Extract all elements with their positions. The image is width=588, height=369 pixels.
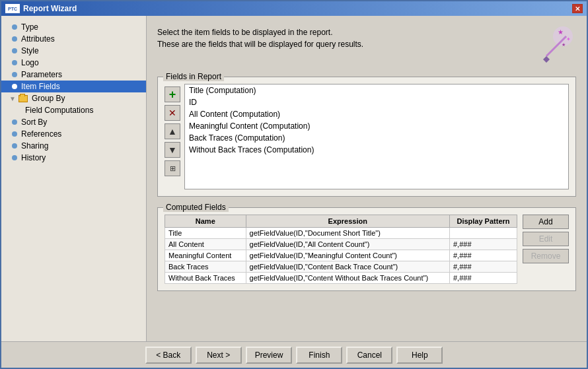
- svg-text:✦: ✦: [566, 36, 571, 42]
- description-line1: Select the item fields to be displayed i…: [157, 26, 363, 38]
- computed-fields-buttons: Add Edit Remove: [523, 215, 569, 284]
- main-content: Select the item fields to be displayed i…: [147, 16, 587, 341]
- fields-in-report-group: Fields in Report + ✕ ▲ ▼ ⊞ Title (Comput…: [157, 77, 576, 197]
- field-item[interactable]: Title (Computation): [185, 84, 568, 96]
- cell-expression: getFieldValue(ID,"Content Without Back T…: [246, 273, 449, 284]
- fields-list[interactable]: Title (Computation) ID All Content (Comp…: [184, 84, 569, 189]
- cell-expression: getFieldValue(ID,"Document Short Title"): [246, 228, 449, 239]
- table-row[interactable]: All Content getFieldValue(ID,"All Conten…: [165, 239, 517, 250]
- cell-pattern: #,###: [449, 239, 517, 250]
- sidebar-item-attributes[interactable]: Attributes: [1, 33, 146, 45]
- sidebar-item-sharing[interactable]: Sharing: [1, 140, 146, 152]
- sidebar-item-item-fields[interactable]: Item Fields: [1, 81, 146, 92]
- add-computed-button[interactable]: Add: [523, 215, 569, 229]
- sidebar-item-logo[interactable]: Logo: [1, 57, 146, 69]
- cell-expression: getFieldValue(ID,"Meaningful Content Cou…: [246, 250, 449, 261]
- report-wizard-window: PTC Report Wizard ✕ Type Attributes Styl…: [0, 0, 588, 369]
- cell-name: Meaningful Content: [165, 250, 246, 261]
- sidebar-item-field-computations[interactable]: Field Computations: [1, 104, 146, 116]
- cell-expression: getFieldValue(ID,"Content Back Trace Cou…: [246, 261, 449, 273]
- sidebar-item-style[interactable]: Style: [1, 45, 146, 57]
- sort-button[interactable]: ⊞: [165, 160, 180, 176]
- sidebar-item-history[interactable]: History: [1, 152, 146, 164]
- bullet-icon: [12, 143, 17, 149]
- bullet-icon: [12, 24, 17, 30]
- cell-pattern: [449, 228, 517, 239]
- cell-pattern: #,###: [449, 250, 517, 261]
- bullet-icon: [12, 84, 17, 89]
- cell-name: Back Traces: [165, 261, 246, 273]
- cell-pattern: #,###: [449, 273, 517, 284]
- expand-icon: ▼: [9, 95, 16, 102]
- table-row[interactable]: Meaningful Content getFieldValue(ID,"Mea…: [165, 250, 517, 261]
- window-title: Report Wizard: [23, 4, 77, 13]
- bullet-icon: [12, 131, 17, 137]
- close-button[interactable]: ✕: [572, 4, 583, 13]
- move-down-button[interactable]: ▼: [165, 142, 180, 158]
- svg-marker-2: [543, 56, 550, 63]
- content-area: Type Attributes Style Logo Parameters It…: [1, 16, 587, 341]
- move-up-button[interactable]: ▲: [165, 123, 180, 139]
- remove-computed-button[interactable]: Remove: [523, 249, 569, 263]
- sidebar-item-references[interactable]: References: [1, 128, 146, 140]
- bullet-icon: [12, 119, 17, 125]
- field-item[interactable]: Without Back Traces (Computation): [185, 144, 568, 156]
- cancel-button[interactable]: Cancel: [346, 347, 392, 364]
- header-area: Select the item fields to be displayed i…: [157, 26, 576, 66]
- help-button[interactable]: Help: [396, 347, 443, 364]
- svg-text:★: ★: [562, 42, 566, 47]
- sidebar: Type Attributes Style Logo Parameters It…: [1, 16, 147, 341]
- bullet-icon: [12, 60, 17, 65]
- table-wrapper: Name Expression Display Pattern Title ge…: [165, 215, 569, 284]
- bullet-icon: [12, 155, 17, 160]
- preview-button[interactable]: Preview: [246, 347, 293, 364]
- edit-computed-button[interactable]: Edit: [523, 232, 569, 246]
- cell-name: All Content: [165, 239, 246, 250]
- cell-name: Without Back Traces: [165, 273, 246, 284]
- computed-fields-group: Computed Fields Name Expression Display …: [157, 207, 576, 291]
- computed-fields-title: Computed Fields: [163, 203, 229, 212]
- fields-in-report-title: Fields in Report: [163, 72, 224, 81]
- back-button[interactable]: < Back: [145, 347, 192, 364]
- cell-expression: getFieldValue(ID,"All Content Count"): [246, 239, 449, 250]
- field-item[interactable]: ID: [185, 96, 568, 108]
- wizard-icon: ★ ✦ ★: [536, 26, 576, 66]
- svg-text:★: ★: [558, 28, 564, 36]
- bullet-icon: [12, 72, 17, 77]
- cell-pattern: #,###: [449, 261, 517, 273]
- bullet-icon: [12, 48, 17, 53]
- field-item[interactable]: All Content (Computation): [185, 108, 568, 120]
- finish-button[interactable]: Finish: [296, 347, 342, 364]
- fields-section: + ✕ ▲ ▼ ⊞ Title (Computation) ID All Con…: [165, 84, 569, 189]
- table-row[interactable]: Without Back Traces getFieldValue(ID,"Co…: [165, 273, 517, 284]
- computed-fields-table: Name Expression Display Pattern Title ge…: [165, 215, 517, 284]
- ptc-logo: PTC: [5, 4, 20, 13]
- col-header-expression: Expression: [246, 215, 449, 228]
- field-item[interactable]: Back Traces (Computation): [185, 132, 568, 144]
- sidebar-item-group-by[interactable]: ▼ Group By: [1, 92, 146, 104]
- sidebar-item-parameters[interactable]: Parameters: [1, 69, 146, 81]
- field-item[interactable]: Meaningful Content (Computation): [185, 120, 568, 132]
- table-row[interactable]: Back Traces getFieldValue(ID,"Content Ba…: [165, 261, 517, 273]
- toolbar-buttons: + ✕ ▲ ▼ ⊞: [165, 84, 180, 189]
- sidebar-item-type[interactable]: Type: [1, 21, 146, 33]
- col-header-name: Name: [165, 215, 246, 228]
- remove-field-button[interactable]: ✕: [165, 105, 180, 121]
- title-bar: PTC Report Wizard ✕: [1, 1, 587, 16]
- description-line2: These are the fields that will be displa…: [157, 38, 363, 50]
- sidebar-item-sort-by[interactable]: Sort By: [1, 116, 146, 128]
- bottom-bar: < Back Next > Preview Finish Cancel Help: [1, 341, 587, 368]
- title-bar-left: PTC Report Wizard: [5, 4, 77, 13]
- col-header-pattern: Display Pattern: [449, 215, 517, 228]
- folder-icon: [18, 95, 28, 102]
- description: Select the item fields to be displayed i…: [157, 26, 363, 50]
- next-button[interactable]: Next >: [196, 347, 242, 364]
- bullet-icon: [12, 36, 17, 42]
- table-row[interactable]: Title getFieldValue(ID,"Document Short T…: [165, 228, 517, 239]
- add-field-button[interactable]: +: [165, 86, 180, 102]
- cell-name: Title: [165, 228, 246, 239]
